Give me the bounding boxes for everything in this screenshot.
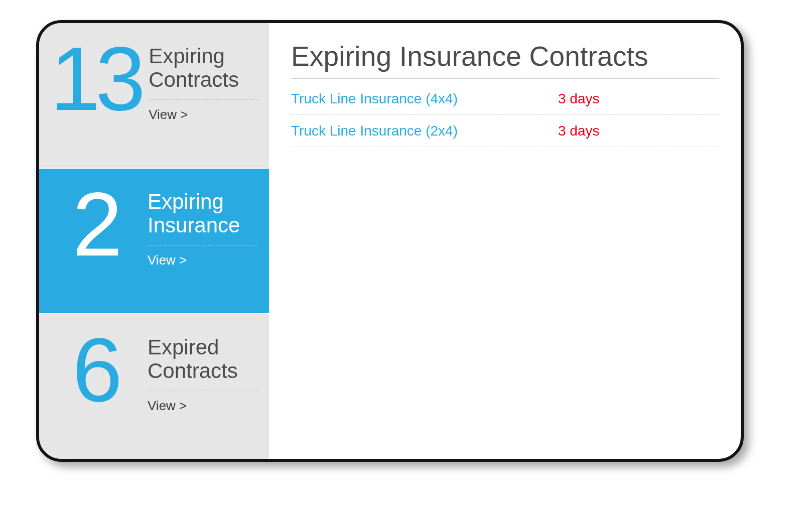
tile-info: Expiring Insurance View >: [140, 183, 258, 268]
tile-info: Expiring Contracts View >: [141, 37, 258, 122]
tile-view-link[interactable]: View >: [148, 252, 258, 268]
tile-info: Expired Contracts View >: [140, 328, 258, 414]
tile-title-line1: Expiring: [148, 190, 224, 213]
tile-title-line2: Insurance: [148, 213, 240, 237]
tile-title: Expiring Insurance: [148, 190, 258, 245]
tile-title-line2: Contracts: [149, 68, 239, 91]
insurance-name-link[interactable]: Truck Line Insurance (4x4): [291, 91, 558, 107]
insurance-row: Truck Line Insurance (2x4) 3 days: [291, 115, 719, 147]
insurance-name-link[interactable]: Truck Line Insurance (2x4): [291, 123, 558, 139]
tile-expired-contracts[interactable]: 6 Expired Contracts View >: [39, 313, 269, 459]
tile-view-link[interactable]: View >: [148, 398, 258, 414]
tile-count: 2: [50, 186, 140, 263]
tile-title: Expired Contracts: [148, 335, 258, 391]
tile-expiring-contracts[interactable]: 13 Expiring Contracts View >: [39, 23, 269, 168]
sidebar: 13 Expiring Contracts View > 2 Expiring …: [39, 23, 269, 459]
insurance-days: 3 days: [558, 91, 719, 107]
main-panel: Expiring Insurance Contracts Truck Line …: [269, 23, 741, 459]
tile-title: Expiring Contracts: [149, 44, 258, 100]
tile-view-link[interactable]: View >: [149, 107, 258, 122]
insurance-row: Truck Line Insurance (4x4) 3 days: [291, 83, 719, 115]
main-title: Expiring Insurance Contracts: [291, 40, 719, 79]
tile-count: 13: [50, 40, 141, 117]
tile-title-line1: Expiring: [149, 44, 225, 68]
insurance-days: 3 days: [558, 123, 719, 139]
tile-count: 6: [50, 331, 140, 408]
dashboard-frame: 13 Expiring Contracts View > 2 Expiring …: [36, 20, 744, 462]
tile-title-line1: Expired: [148, 335, 219, 359]
tile-title-line2: Contracts: [148, 359, 238, 383]
tile-expiring-insurance[interactable]: 2 Expiring Insurance View >: [39, 168, 269, 313]
